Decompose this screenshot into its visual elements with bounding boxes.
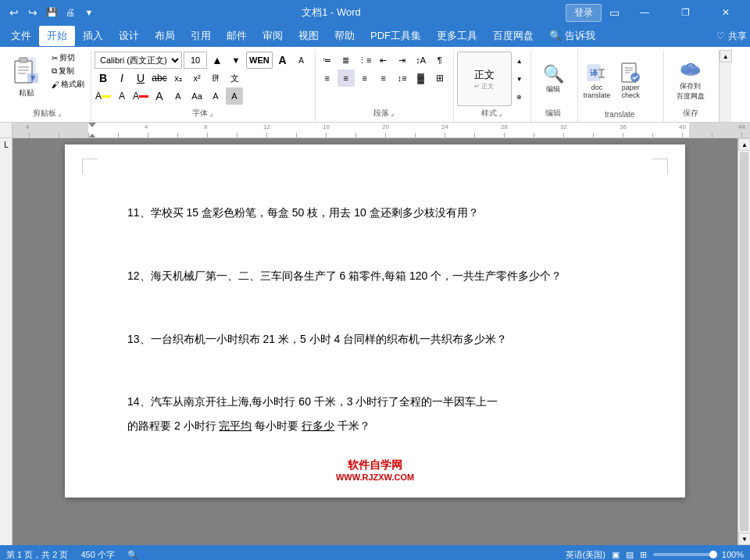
decrease-indent-button[interactable]: ⇤: [375, 52, 392, 69]
style-more-button[interactable]: ⊕: [513, 88, 526, 105]
italic-button[interactable]: I: [113, 70, 130, 87]
clipboard-expand-icon[interactable]: ⌟: [58, 109, 61, 117]
zoom-slider[interactable]: [653, 553, 716, 556]
increase-indent-button[interactable]: ⇥: [394, 52, 411, 69]
view-web-icon[interactable]: ▤: [626, 550, 634, 560]
menu-review[interactable]: 审阅: [255, 26, 291, 46]
view-read-icon[interactable]: ⊞: [640, 550, 647, 560]
style-scroll: ▲ ▼ ⊕: [513, 52, 526, 105]
style-normal-box[interactable]: 正文 ↵ 正文: [457, 52, 512, 106]
superscript-button[interactable]: x²: [188, 70, 205, 87]
menu-tell-me[interactable]: 🔍 告诉我: [541, 26, 603, 46]
doc-translate-button[interactable]: 译 doc translate: [581, 60, 613, 101]
find-replace-button[interactable]: 🔍 编辑: [538, 62, 568, 96]
restore-button[interactable]: ❐: [667, 0, 703, 25]
subscript-button[interactable]: x₂: [170, 70, 187, 87]
menu-mailings[interactable]: 邮件: [219, 26, 255, 46]
ribbon-display-button[interactable]: ▭: [606, 5, 622, 20]
style-up-button[interactable]: ▲: [513, 52, 526, 70]
question-12-text: 12、海天机械厂第一、二、三车间各生产了 6 箱零件,每箱 120 个，一共生产…: [127, 269, 562, 282]
menu-home[interactable]: 开始: [39, 26, 75, 46]
document-scroll[interactable]: 11、学校买 15 盒彩色粉笔，每盒 50 枝，用去 10 盒还剩多少枝没有用？…: [12, 138, 738, 545]
font-size-up-button[interactable]: ▲: [209, 52, 226, 69]
undo-button[interactable]: ↩: [6, 5, 22, 20]
menu-view[interactable]: 视图: [291, 26, 327, 46]
font-expand-icon[interactable]: ⌟: [209, 109, 212, 117]
view-print-icon[interactable]: ▣: [612, 550, 620, 560]
font-size-input[interactable]: [184, 52, 207, 69]
paper-check-button[interactable]: paper check: [616, 60, 645, 101]
menu-design[interactable]: 设计: [111, 26, 147, 46]
menu-references[interactable]: 引用: [183, 26, 219, 46]
bold-button[interactable]: B: [95, 70, 112, 87]
show-marks-button[interactable]: ¶: [431, 52, 448, 69]
first-line-indent[interactable]: [88, 123, 96, 127]
shading-button[interactable]: ▓: [412, 70, 430, 87]
hanging-indent[interactable]: [88, 134, 96, 137]
format-painter-button[interactable]: 🖌 格式刷: [48, 78, 88, 91]
minimize-button[interactable]: —: [627, 0, 662, 25]
numbering-button[interactable]: ≣: [338, 52, 355, 69]
underline-button[interactable]: U: [132, 70, 149, 87]
font-decrease-button[interactable]: A: [293, 52, 310, 69]
align-left-button[interactable]: ≡: [319, 70, 336, 87]
document-area: L 11、学校买 15 盒彩色粉笔，每盒 50 枝，用去 10 盒还剩多少枝没有…: [0, 138, 750, 545]
borders-button[interactable]: ⊞: [431, 70, 448, 87]
shade-char-button[interactable]: A: [207, 87, 224, 105]
bigger-font-button[interactable]: A: [151, 87, 168, 105]
font-name-select[interactable]: Calibri (西文正文): [95, 52, 182, 69]
save-button[interactable]: 💾: [44, 5, 59, 20]
char-border-button[interactable]: 文: [226, 70, 243, 87]
customize-button[interactable]: ▼: [81, 5, 97, 20]
smaller-font-button[interactable]: A: [170, 87, 187, 105]
redo-button[interactable]: ↪: [25, 5, 41, 20]
clipboard-label: 剪贴板 ⌟: [6, 108, 88, 120]
right-scrollbar[interactable]: ▲ ▼: [738, 138, 750, 545]
line-spacing-button[interactable]: ↕≡: [394, 70, 411, 87]
paste-button[interactable]: ▼ 粘贴: [6, 52, 47, 102]
ribbon-scrollbar[interactable]: ▲: [719, 50, 731, 122]
strikethrough-button[interactable]: abc: [151, 70, 168, 87]
left-scroll-marker[interactable]: L: [0, 138, 12, 151]
save-to-baidu-button[interactable]: 保存到 百度网盘: [674, 55, 707, 103]
question-14-line1: 14、汽车从南京开往上海,每小时行 60 千米，3 小时行了全程的一半因车上一: [127, 390, 623, 414]
question-14: 14、汽车从南京开往上海,每小时行 60 千米，3 小时行了全程的一半因车上一 …: [127, 390, 623, 438]
titlebar: ↩ ↪ 💾 🖨 ▼ 文档1 - Word 登录 ▭ — ❐ ✕: [0, 0, 750, 25]
quick-print-button[interactable]: 🖨: [62, 5, 78, 20]
clear-format-button[interactable]: A: [113, 87, 130, 105]
sort-button[interactable]: ↕A: [412, 52, 430, 69]
style-down-button[interactable]: ▼: [513, 70, 526, 87]
cut-icon: ✂: [52, 54, 58, 62]
menu-layout[interactable]: 布局: [147, 26, 183, 46]
bullets-button[interactable]: ≔: [319, 52, 336, 69]
login-button[interactable]: 登录: [566, 4, 602, 22]
cut-button[interactable]: ✂ 剪切: [48, 52, 88, 64]
menu-insert[interactable]: 插入: [75, 26, 111, 46]
align-right-button[interactable]: ≡: [356, 70, 373, 87]
close-button[interactable]: ✕: [708, 0, 744, 25]
font-size-down-button[interactable]: ▼: [227, 52, 245, 69]
menu-baidu-disk[interactable]: 百度网盘: [485, 26, 541, 46]
styles-expand-icon[interactable]: ⌟: [498, 109, 502, 117]
paragraph-expand-icon[interactable]: ⌟: [391, 109, 394, 117]
menu-help[interactable]: 帮助: [327, 26, 362, 46]
font-color-button[interactable]: A: [132, 87, 149, 105]
scroll-thumb[interactable]: [740, 152, 748, 531]
justify-button[interactable]: ≡: [375, 70, 392, 87]
multilevel-button[interactable]: ⋮≡: [356, 52, 373, 69]
ribbon-scroll-up[interactable]: ▲: [720, 50, 732, 62]
scroll-up-arrow[interactable]: ▲: [738, 138, 750, 151]
menu-pdf[interactable]: PDF工具集: [362, 26, 429, 46]
scroll-down-arrow[interactable]: ▼: [738, 533, 750, 545]
menu-more-tools[interactable]: 更多工具: [429, 26, 485, 46]
phonetic-button[interactable]: 拼: [207, 70, 224, 87]
char-shading-button[interactable]: A: [226, 87, 243, 105]
menu-file[interactable]: 文件: [3, 26, 39, 46]
text-highlight-button[interactable]: A: [95, 87, 112, 105]
share-button[interactable]: ♡ 共享: [716, 30, 747, 43]
change-case-button[interactable]: Aa: [188, 87, 205, 105]
left-scrollbar: L: [0, 138, 12, 545]
copy-button[interactable]: ⧉ 复制: [48, 65, 88, 77]
font-increase-button[interactable]: A: [274, 52, 291, 69]
align-center-button[interactable]: ≡: [338, 70, 355, 87]
